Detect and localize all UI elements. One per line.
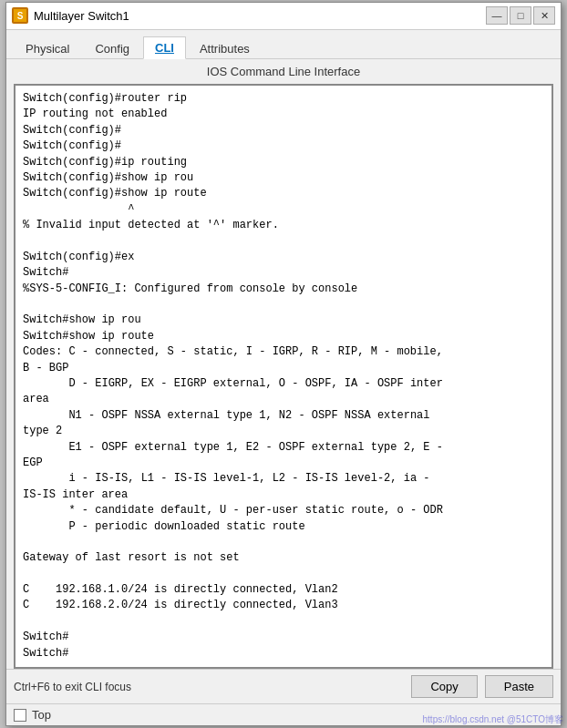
cli-area-wrapper: Switch(config)#router rip IP routing not… [14, 84, 553, 669]
cli-hint: Ctrl+F6 to exit CLI focus [14, 681, 404, 693]
app-icon: S [12, 7, 28, 24]
window-controls: — □ ✕ [486, 6, 555, 25]
top-label: Top [32, 708, 51, 722]
tab-attributes[interactable]: Attributes [188, 37, 262, 59]
minimize-button[interactable]: — [486, 6, 508, 25]
paste-button[interactable]: Paste [485, 675, 553, 698]
footer-bar: Top https://blog.csdn.net @51CTO博客 [6, 703, 561, 725]
watermark: https://blog.csdn.net @51CTO博客 [423, 713, 563, 726]
tab-physical[interactable]: Physical [14, 37, 81, 59]
window-title: Multilayer Switch1 [34, 9, 486, 23]
maximize-button[interactable]: □ [510, 6, 531, 25]
top-checkbox[interactable] [14, 709, 26, 722]
tabs-bar: Physical Config CLI Attributes [6, 30, 561, 59]
title-bar: S Multilayer Switch1 — □ ✕ [6, 3, 561, 30]
cli-terminal[interactable]: Switch(config)#router rip IP routing not… [15, 86, 552, 667]
tab-config[interactable]: Config [83, 37, 141, 59]
bottom-bar: Ctrl+F6 to exit CLI focus Copy Paste [6, 669, 561, 703]
cli-header: IOS Command Line Interface [6, 59, 561, 84]
close-button[interactable]: ✕ [533, 6, 555, 25]
copy-button[interactable]: Copy [411, 675, 477, 698]
tab-cli[interactable]: CLI [143, 36, 186, 59]
main-window: S Multilayer Switch1 — □ ✕ Physical Conf… [5, 2, 562, 726]
